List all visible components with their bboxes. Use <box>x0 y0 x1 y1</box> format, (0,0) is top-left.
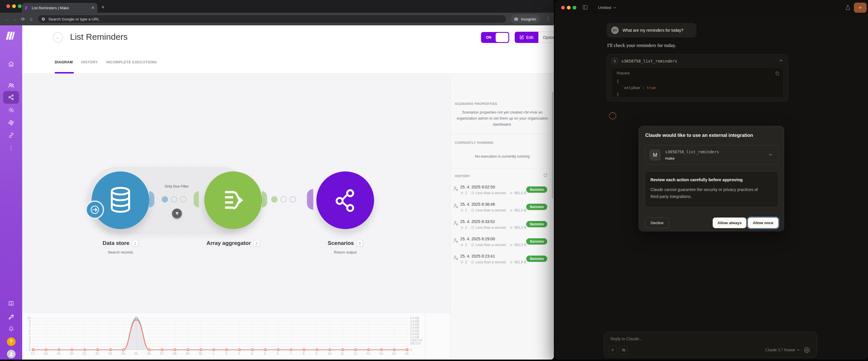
team-users-icon <box>7 82 15 89</box>
filter-icon[interactable] <box>172 208 182 219</box>
tool-call-block[interactable]: S s3858758_list_reminders Request { `onl… <box>607 54 788 101</box>
sidebar-item-connections[interactable] <box>0 132 22 139</box>
module-label: Array aggregator 2 <box>206 240 260 246</box>
svg-text:1.: 1. <box>212 352 215 355</box>
module-name: Data store <box>102 240 129 246</box>
google-g-icon: G <box>42 17 45 21</box>
refresh-icon[interactable] <box>543 173 548 177</box>
zoom-window-button[interactable] <box>572 6 576 9</box>
history-ops: 2 <box>465 208 467 212</box>
history-duration: Less than a second <box>476 226 506 230</box>
sidebar-item-home[interactable] <box>0 61 22 67</box>
filter-label: Only Due Filter <box>164 185 188 189</box>
make-favicon-icon <box>25 5 29 10</box>
url-bar[interactable]: G Search Google or type a URL <box>37 15 507 23</box>
new-tab-button[interactable]: + <box>101 5 104 10</box>
tool-name: s3858758_list_reminders <box>621 59 677 63</box>
attach-plus-button[interactable]: + <box>608 346 617 354</box>
code-brace: } <box>617 92 619 97</box>
minimize-window-button[interactable] <box>12 4 16 8</box>
operations-gear-icon <box>460 208 464 212</box>
home-icon <box>8 61 14 67</box>
run-by-user-icon <box>453 203 459 208</box>
sidebar-item-notifications[interactable] <box>0 326 22 332</box>
close-window-button[interactable] <box>6 4 10 8</box>
sidebar-item-more[interactable]: ⋮ <box>0 144 22 151</box>
module-name: Array aggregator <box>206 240 251 246</box>
allow-once-button[interactable]: Allow once <box>748 218 778 228</box>
forward-icon[interactable]: → <box>11 17 19 22</box>
integration-card[interactable]: M s3858758_list_reminders make <box>645 145 778 165</box>
sidebar-item-help[interactable]: ? <box>0 337 22 346</box>
tools-sliders-button[interactable] <box>619 346 628 354</box>
history-size: 851,0 B <box>515 226 526 230</box>
svg-text:19.: 19. <box>57 352 61 355</box>
sidebar-item-team[interactable] <box>0 82 22 89</box>
history-row[interactable]: 25. 4. 2025 8:38:46 2 Less than a second… <box>451 201 554 218</box>
model-selector[interactable]: Claude 3.7 Sonnet <box>766 348 799 352</box>
minimize-window-button[interactable] <box>567 6 570 9</box>
edit-button[interactable]: Edit <box>515 32 538 43</box>
history-duration: Less than a second <box>476 260 506 264</box>
dictation-button[interactable] <box>802 346 811 355</box>
browser-tabstrip: List Reminders | Make ✕ + <box>0 0 554 13</box>
scenario-side-panel: SCENARIO PROPERTIES Scenarios properties… <box>451 74 554 360</box>
reload-icon[interactable]: ⟳ <box>19 17 27 22</box>
home-icon[interactable]: ⌂ <box>27 17 35 22</box>
tab-history[interactable]: HISTORY <box>81 60 98 64</box>
panel-toggle-icon[interactable] <box>583 5 588 9</box>
usage-chart: 0123456789104.4 KB3.9 KB3.4 KB2.9 KB2.4 … <box>23 314 435 359</box>
connection-dot <box>290 196 296 202</box>
svg-text:16.: 16. <box>405 352 409 355</box>
scenario-on-toggle[interactable]: ON <box>481 32 509 43</box>
incognito-icon <box>514 17 519 21</box>
duration-clock-icon <box>471 243 474 247</box>
sidebar-item-apps[interactable] <box>0 119 22 126</box>
back-icon[interactable]: ← <box>3 17 11 22</box>
sidebar-item-whats-new[interactable] <box>0 314 22 320</box>
composer[interactable]: Reply to Claude... + Claude 3.7 Sonnet <box>604 332 817 358</box>
close-window-button[interactable] <box>561 6 565 9</box>
copy-icon[interactable] <box>775 71 779 75</box>
sidebar-item-ai-agents[interactable] <box>0 107 22 113</box>
share-icon[interactable] <box>845 5 850 10</box>
run-once-badge[interactable] <box>86 200 104 219</box>
module-array-aggregator[interactable] <box>204 171 262 229</box>
tab-incomplete-executions[interactable]: INCOMPLETE EXECUTIONS <box>106 60 157 64</box>
tool-call-header: S s3858758_list_reminders <box>612 58 677 64</box>
panel-scrollbar[interactable] <box>552 92 553 198</box>
data-size-icon <box>509 243 513 247</box>
data-size-icon <box>509 191 513 195</box>
conversation-title[interactable]: Untitled <box>598 5 616 10</box>
history-row[interactable]: 25. 4. 2025 8:33:52 2 Less than a second… <box>451 218 554 235</box>
history-duration: Less than a second <box>476 191 506 195</box>
browser-tab[interactable]: List Reminders | Make ✕ <box>22 3 97 13</box>
tab-close-icon[interactable]: ✕ <box>91 5 95 10</box>
history-row[interactable]: 25. 4. 2025 8:23:41 2 Less than a second… <box>451 253 554 270</box>
module-subtitle: Search records <box>108 250 133 254</box>
edit-button-label: Edit <box>526 35 533 40</box>
overflow-menu-icon[interactable]: ⋮ <box>546 16 551 21</box>
sidebar-item-scenarios[interactable] <box>0 94 22 101</box>
module-scenarios[interactable] <box>316 171 374 229</box>
allow-always-button[interactable]: Allow always <box>713 218 746 228</box>
module-data-store[interactable] <box>92 171 149 229</box>
zoom-window-button[interactable] <box>18 4 22 8</box>
duration-clock-icon <box>471 226 474 229</box>
options-button[interactable]: Options ▼ <box>538 32 554 43</box>
history-size: 851,0 B <box>515 191 526 195</box>
new-chat-button[interactable]: + <box>854 3 867 13</box>
history-row[interactable]: 25. 4. 2025 9:02:50 2 Less than a second… <box>451 184 554 201</box>
decline-button[interactable]: Decline <box>645 218 669 228</box>
back-button[interactable]: ← <box>53 32 63 43</box>
tab-diagram[interactable]: DIAGRAM <box>55 60 73 64</box>
history-row[interactable]: 25. 4. 2025 8:29:00 2 Less than a second… <box>451 235 554 253</box>
data-size-icon <box>509 260 513 264</box>
connection-dot <box>162 196 168 202</box>
svg-text:8: 8 <box>29 323 31 326</box>
sidebar-item-docs[interactable] <box>0 300 22 306</box>
run-by-user-icon <box>453 238 459 243</box>
code-key: `onlyDue` <box>622 86 642 90</box>
sidebar-item-profile[interactable] <box>0 350 22 358</box>
chevron-up-icon[interactable] <box>779 59 783 62</box>
